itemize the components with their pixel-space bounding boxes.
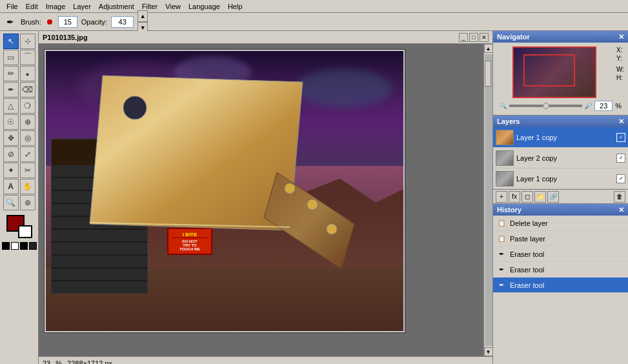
right-panels: Navigator ✕ X: Y: W: H: xyxy=(492,31,628,364)
tool-row-7: ✥ ◎ xyxy=(3,130,35,146)
nav-w-label: W: xyxy=(616,66,624,73)
text-tool-btn[interactable]: A xyxy=(3,179,19,194)
dark-swatch[interactable] xyxy=(29,242,37,250)
navigator-preview-image xyxy=(514,48,595,97)
crop-tool-btn[interactable]: ✂ xyxy=(20,163,35,178)
white-swatch[interactable] xyxy=(11,242,19,250)
menu-file[interactable]: File xyxy=(3,1,22,12)
pencil-tool-btn[interactable]: ✏ xyxy=(3,66,19,81)
canvas-title-bar: P1010135.jpg _ □ ✕ xyxy=(39,31,492,44)
layers-close-btn[interactable]: ✕ xyxy=(618,117,624,126)
tool-row-8: ⊘ ⤢ xyxy=(3,147,35,162)
zoom-in-icon[interactable]: 🔎 xyxy=(585,103,592,109)
clone-tool-btn[interactable]: ◎ xyxy=(20,130,35,146)
fill-tool-btn[interactable]: ⬥ xyxy=(20,66,35,81)
opacity-up-btn[interactable]: ▲ xyxy=(137,10,148,22)
zoom-slider[interactable] xyxy=(509,105,582,107)
main-layout: ↖ ⊹ ▭ ⌒ ✏ ⬥ ✒ ⌫ △ ❍ ☉ ⊕ ✥ ◎ ⊘ ⤢ xyxy=(0,31,628,364)
canvas-minimize-btn[interactable]: _ xyxy=(459,33,468,42)
opacity-input[interactable] xyxy=(111,16,134,28)
brush-tool-btn[interactable]: ✒ xyxy=(3,82,19,97)
menu-layer[interactable]: Layer xyxy=(69,1,95,12)
transform-tool-btn[interactable]: ⤢ xyxy=(20,147,35,162)
tool-options-bar: ✒ Brush: Opacity: ▲ ▼ xyxy=(0,13,628,31)
scroll-thumb[interactable] xyxy=(485,61,491,86)
menu-adjustment[interactable]: Adjustment xyxy=(95,1,138,12)
brush-label: Brush: xyxy=(21,18,41,26)
eye-tool-btn[interactable]: ⊘ xyxy=(3,147,19,162)
layer-visibility-1[interactable]: ✓ xyxy=(616,154,625,163)
tool-row-3: ✏ ⬥ xyxy=(3,66,35,81)
move-tool-btn[interactable]: ⊹ xyxy=(20,34,35,49)
heal-tool-btn[interactable]: ☉ xyxy=(3,114,19,130)
zoom-tool-btn[interactable]: ✥ xyxy=(3,130,19,146)
scroll-down-btn[interactable]: ▼ xyxy=(484,347,493,356)
menu-edit[interactable]: Edit xyxy=(22,1,42,12)
canvas-close-btn[interactable]: ✕ xyxy=(480,33,489,42)
layer-group-btn[interactable]: 📁 xyxy=(534,191,546,203)
layer-mask-btn[interactable]: ◻ xyxy=(522,191,533,203)
menu-image[interactable]: Image xyxy=(42,1,70,12)
scroll-track[interactable] xyxy=(485,54,492,346)
black-swatch-2[interactable] xyxy=(20,242,28,250)
scroll-up-btn[interactable]: ▲ xyxy=(484,44,493,53)
history-label-1: Paste layer xyxy=(510,235,545,243)
zoom-out-icon[interactable]: 🔍 xyxy=(500,103,507,109)
history-label-3: Eraser tool xyxy=(510,266,544,274)
navigator-preview xyxy=(512,46,596,98)
opacity-label: Opacity: xyxy=(81,18,107,26)
gradient-tool-btn[interactable]: △ xyxy=(3,98,19,114)
svg-point-5 xyxy=(327,224,337,234)
layer-fx-btn[interactable]: fx xyxy=(509,191,520,203)
history-item-0[interactable]: 📋 Delete layer xyxy=(493,216,628,231)
navigator-close-btn[interactable]: ✕ xyxy=(618,33,624,41)
layers-title: Layers xyxy=(497,117,520,125)
fg-bg-container xyxy=(6,215,32,238)
pan-tool-btn[interactable]: ✋ xyxy=(20,179,35,194)
layer-item-2[interactable]: Layer 1 copy ✓ xyxy=(493,168,628,189)
menu-view[interactable]: View xyxy=(161,1,185,12)
menu-language[interactable]: Language xyxy=(185,1,224,12)
text-alt-tool-btn[interactable]: ❍ xyxy=(20,98,35,114)
history-item-3[interactable]: ✒ Eraser tool xyxy=(493,262,628,278)
history-item-2[interactable]: ✒ Eraser tool xyxy=(493,247,628,262)
magnify-tool-btn[interactable]: 🔍 xyxy=(3,195,19,210)
svg-point-1 xyxy=(123,96,147,119)
shape-tool-btn[interactable]: ✦ xyxy=(3,163,19,178)
tool-row-2: ▭ ⌒ xyxy=(3,50,35,65)
canvas-vertical-scrollbar[interactable]: ▲ ▼ xyxy=(483,44,492,356)
small-swatches-row xyxy=(2,242,37,250)
stamp-tool-btn[interactable]: ⊕ xyxy=(20,114,35,130)
navigator-header: Navigator ✕ xyxy=(493,31,628,43)
brush-size-input[interactable] xyxy=(58,16,77,28)
rect-select-tool-btn[interactable]: ▭ xyxy=(3,50,19,65)
delete-layer-btn[interactable]: 🗑 xyxy=(614,191,625,203)
svg-marker-2 xyxy=(264,172,354,269)
eraser-tool-btn[interactable]: ⌫ xyxy=(20,82,35,97)
layer-visibility-2[interactable]: ✓ xyxy=(616,174,625,183)
history-item-1[interactable]: 📋 Paste layer xyxy=(493,231,628,247)
history-item-4[interactable]: ✒ Eraser tool xyxy=(493,278,628,293)
history-close-btn[interactable]: ✕ xyxy=(618,206,624,214)
navigator-panel: Navigator ✕ X: Y: W: H: xyxy=(493,31,628,116)
layer-visibility-0[interactable]: ✓ xyxy=(616,133,625,142)
layers-content: Layer 1 copy ✓ Layer 2 copy ✓ Layer xyxy=(493,127,628,189)
background-color[interactable] xyxy=(18,225,32,238)
menu-help[interactable]: Help xyxy=(224,1,247,12)
canvas-maximize-btn[interactable]: □ xyxy=(469,33,478,42)
canvas-wrapper[interactable]: I BITE DO NOT TRY TO TOUCH ME xyxy=(39,44,492,356)
selection-tool-btn[interactable]: ↖ xyxy=(3,34,19,49)
lasso-tool-btn[interactable]: ⌒ xyxy=(20,50,35,65)
navigator-zoom-bar: 🔍 🔎 % xyxy=(497,101,624,111)
zoom-slider-thumb[interactable] xyxy=(543,103,549,109)
zoom-value-input[interactable] xyxy=(594,101,613,111)
navigator-content: X: Y: W: H: 🔍 🔎 % xyxy=(493,43,628,115)
layer-item-1[interactable]: Layer 2 copy ✓ xyxy=(493,148,628,168)
extra-tool-btn[interactable]: ⊛ xyxy=(20,195,35,210)
add-layer-btn[interactable]: + xyxy=(496,191,507,203)
layer-name-2: Layer 1 copy xyxy=(516,175,614,183)
black-swatch[interactable] xyxy=(2,242,10,250)
brush-color-dot xyxy=(47,19,52,25)
layer-item-0[interactable]: Layer 1 copy ✓ xyxy=(493,127,628,148)
layer-link-btn[interactable]: 🔗 xyxy=(547,191,559,203)
